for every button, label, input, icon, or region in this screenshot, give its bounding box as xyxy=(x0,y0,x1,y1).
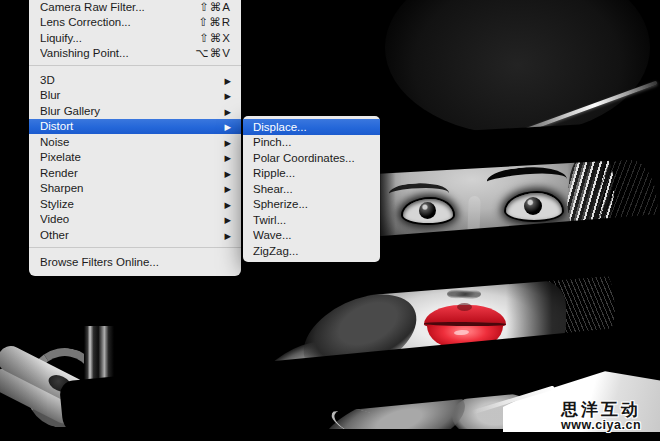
submenu-item[interactable]: Polar Coordinates... xyxy=(243,150,380,166)
submenu-arrow-icon: ▶ xyxy=(224,200,231,209)
menu-separator xyxy=(29,247,241,248)
submenu-item-label: Spherize... xyxy=(253,198,372,210)
right-iris xyxy=(524,197,542,215)
menu-section-top: Camera Raw Filter... ⇧⌘A Lens Correction… xyxy=(29,0,241,61)
menu-item-shortcut: ⇧⌘X xyxy=(199,31,231,45)
submenu-item[interactable]: ZigZag... xyxy=(243,243,380,259)
submenu-item[interactable]: Ripple... xyxy=(243,166,380,182)
menu-item[interactable]: Camera Raw Filter... ⇧⌘A xyxy=(29,0,241,15)
submenu-arrow-icon: ▶ xyxy=(224,123,231,132)
submenu-item-label: Twirl... xyxy=(253,214,372,226)
submenu-item-label: Pinch... xyxy=(253,136,372,148)
filter-menu: Camera Raw Filter... ⇧⌘A Lens Correction… xyxy=(29,0,241,276)
menu-item-shortcut: ⌥⌘V xyxy=(196,46,231,60)
submenu-arrow-icon: ▶ xyxy=(224,76,231,85)
menu-item[interactable]: Video ▶ xyxy=(29,212,241,228)
menu-item-label: Blur xyxy=(40,89,224,101)
menu-item-shortcut: ⇧⌘A xyxy=(199,0,231,14)
menu-item[interactable]: Blur ▶ xyxy=(29,88,241,104)
submenu-arrow-icon: ▶ xyxy=(224,138,231,147)
submenu-item-label: Polar Coordinates... xyxy=(253,152,372,164)
nose-shadow xyxy=(447,288,481,300)
menu-item[interactable]: Stylize ▶ xyxy=(29,196,241,212)
menu-section-categories: 3D ▶ Blur ▶ Blur Gallery ▶ Distort ▶ xyxy=(29,72,241,243)
menu-item[interactable]: Vanishing Point... ⌥⌘V xyxy=(29,46,241,62)
menu-item-label: 3D xyxy=(40,74,224,86)
menu-item-label: Distort xyxy=(40,120,224,132)
menu-item[interactable]: Other ▶ xyxy=(29,227,241,243)
distort-submenu: Displace... Pinch... Polar Coordinates..… xyxy=(243,116,380,262)
submenu-arrow-icon: ▶ xyxy=(224,92,231,101)
submenu-arrow-icon: ▶ xyxy=(224,169,231,178)
submenu-item-label: Displace... xyxy=(253,121,372,133)
watermark-brand: 思洋互动 xyxy=(546,401,656,419)
submenu-item[interactable]: Pinch... xyxy=(243,135,380,151)
submenu-item-label: Shear... xyxy=(253,183,372,195)
submenu-arrow-icon: ▶ xyxy=(224,231,231,240)
submenu-arrow-icon: ▶ xyxy=(224,185,231,194)
menu-separator xyxy=(29,65,241,66)
menu-item-label: Lens Correction... xyxy=(40,16,199,28)
menu-item[interactable]: Blur Gallery ▶ xyxy=(29,103,241,119)
menu-section-bottom: Browse Filters Online... xyxy=(29,255,241,271)
watermark: 思洋互动 www.ciya.cn xyxy=(546,401,656,432)
submenu-arrow-icon: ▶ xyxy=(224,107,231,116)
submenu-item-label: ZigZag... xyxy=(253,245,372,257)
menu-item-label: Vanishing Point... xyxy=(40,47,196,59)
photoshop-filter-menu-screenshot: Camera Raw Filter... ⇧⌘A Lens Correction… xyxy=(0,0,660,441)
submenu-arrow-icon: ▶ xyxy=(224,216,231,225)
menu-item-label: Sharpen xyxy=(40,182,224,194)
submenu-item[interactable]: Spherize... xyxy=(243,197,380,213)
menu-item[interactable]: Render ▶ xyxy=(29,165,241,181)
menu-item[interactable]: Distort ▶ xyxy=(29,119,241,135)
submenu-arrow-icon: ▶ xyxy=(224,154,231,163)
hat xyxy=(385,0,650,135)
submenu-item[interactable]: Twirl... xyxy=(243,212,380,228)
menu-item-label: Video xyxy=(40,213,224,225)
menu-item[interactable]: 3D ▶ xyxy=(29,72,241,88)
watermark-url: www.ciya.cn xyxy=(546,419,656,432)
submenu-item-label: Ripple... xyxy=(253,167,372,179)
menu-item[interactable]: Noise ▶ xyxy=(29,134,241,150)
menu-item-shortcut: ⇧⌘R xyxy=(199,15,231,29)
menu-item-label: Other xyxy=(40,229,224,241)
menu-item[interactable]: Browse Filters Online... xyxy=(29,255,241,271)
cupid-bow xyxy=(457,303,472,311)
submenu-item[interactable]: Displace... xyxy=(243,119,380,135)
submenu-item[interactable]: Wave... xyxy=(243,228,380,244)
menu-item-label: Stylize xyxy=(40,198,224,210)
menu-item-label: Browse Filters Online... xyxy=(40,256,231,268)
menu-item-label: Noise xyxy=(40,136,224,148)
submenu-item[interactable]: Shear... xyxy=(243,181,380,197)
menu-item-label: Render xyxy=(40,167,224,179)
menu-item[interactable]: Pixelate ▶ xyxy=(29,150,241,166)
submenu-item-label: Wave... xyxy=(253,229,372,241)
menu-item-label: Pixelate xyxy=(40,151,224,163)
menu-item-label: Camera Raw Filter... xyxy=(40,1,199,13)
left-eye xyxy=(401,197,455,225)
menu-item-label: Liquify... xyxy=(40,32,199,44)
mouth-line xyxy=(424,322,506,326)
menu-item[interactable]: Sharpen ▶ xyxy=(29,181,241,197)
menu-item[interactable]: Liquify... ⇧⌘X xyxy=(29,30,241,46)
menu-item-label: Blur Gallery xyxy=(40,105,224,117)
menu-item[interactable]: Lens Correction... ⇧⌘R xyxy=(29,15,241,31)
left-iris xyxy=(419,202,436,219)
